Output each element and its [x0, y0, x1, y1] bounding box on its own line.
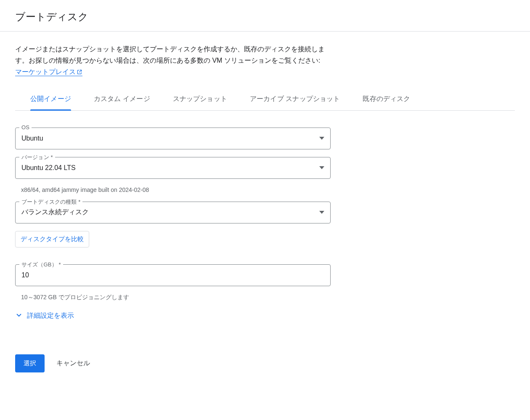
- dialog-content: イメージまたはスナップショットを選択してブートディスクを作成するか、既存のディス…: [0, 32, 530, 354]
- external-link-icon: [77, 67, 82, 78]
- intro-text: イメージまたはスナップショットを選択してブートディスクを作成するか、既存のディス…: [15, 43, 326, 79]
- advanced-settings-label: 詳細設定を表示: [27, 311, 74, 320]
- tab-archive-snapshots[interactable]: アーカイブ スナップショット: [250, 90, 340, 110]
- advanced-settings-toggle[interactable]: 詳細設定を表示: [15, 311, 331, 321]
- chevron-down-icon: [15, 311, 23, 321]
- version-helper: x86/64, amd64 jammy image built on 2024-…: [21, 186, 331, 193]
- marketplace-link-text: マーケットプレイス: [15, 68, 76, 75]
- caret-down-icon: [319, 137, 324, 140]
- intro-body: イメージまたはスナップショットを選択してブートディスクを作成するか、既存のディス…: [15, 45, 325, 64]
- select-button[interactable]: 選択: [15, 354, 45, 372]
- cancel-button[interactable]: キャンセル: [56, 359, 90, 368]
- caret-down-icon: [319, 211, 324, 214]
- tab-bar: 公開イメージ カスタム イメージ スナップショット アーカイブ スナップショット…: [15, 90, 515, 111]
- tab-existing-disks[interactable]: 既存のディスク: [363, 90, 410, 110]
- size-helper: 10～3072 GB でプロビジョニングします: [21, 294, 331, 301]
- disk-type-field: ブートディスクの種類 * バランス永続ディスク: [15, 202, 331, 223]
- compare-disk-types-button[interactable]: ディスクタイプを比較: [15, 231, 89, 247]
- caret-down-icon: [319, 166, 324, 169]
- size-field: サイズ（GB） *: [15, 264, 331, 286]
- version-field: バージョン * Ubuntu 22.04 LTS: [15, 157, 331, 179]
- tab-custom-images[interactable]: カスタム イメージ: [94, 90, 150, 110]
- size-label: サイズ（GB） *: [19, 261, 63, 268]
- tab-snapshots[interactable]: スナップショット: [173, 90, 227, 110]
- dialog-header: ブートディスク: [0, 0, 530, 32]
- version-select[interactable]: Ubuntu 22.04 LTS: [15, 157, 331, 179]
- os-select[interactable]: Ubuntu: [15, 128, 331, 149]
- version-label: バージョン *: [19, 154, 55, 161]
- marketplace-link[interactable]: マーケットプレイス: [15, 68, 82, 76]
- os-value: Ubuntu: [21, 135, 43, 142]
- form: OS Ubuntu バージョン * Ubuntu 22.04 LTS x86/6…: [15, 128, 331, 321]
- size-input[interactable]: [21, 265, 324, 286]
- version-value: Ubuntu 22.04 LTS: [21, 164, 76, 172]
- dialog-footer: 選択 キャンセル: [0, 354, 530, 384]
- tab-public-images[interactable]: 公開イメージ: [30, 90, 71, 110]
- page-title: ブートディスク: [15, 10, 515, 24]
- disk-type-value: バランス永続ディスク: [21, 208, 89, 217]
- disk-type-label: ブートディスクの種類 *: [19, 198, 82, 206]
- os-label: OS: [19, 124, 32, 130]
- os-field: OS Ubuntu: [15, 128, 331, 149]
